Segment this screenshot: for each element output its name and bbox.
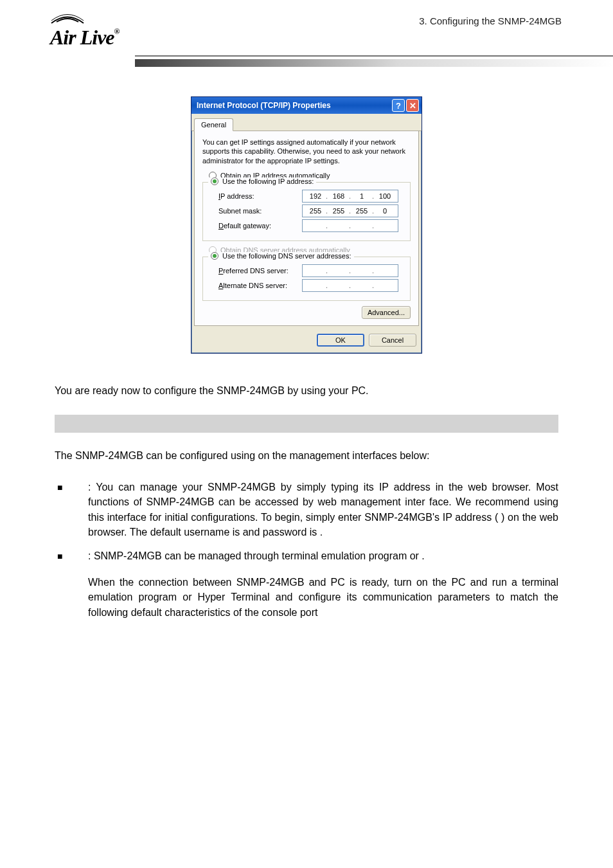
preferred-dns-label: Preferred DNS server: bbox=[218, 267, 302, 275]
radio-icon bbox=[211, 252, 218, 260]
page-section-label: 3. Configuring the SNMP-24MGB bbox=[419, 15, 562, 26]
square-bullet-icon: ■ bbox=[57, 482, 62, 493]
tab-body: You can get IP settings assigned automat… bbox=[194, 131, 419, 326]
bullet-item-console: ■ : SNMP-24MGB can be managed through te… bbox=[55, 548, 558, 620]
logo-text: Air Live® bbox=[50, 26, 120, 50]
radio-icon bbox=[211, 177, 218, 185]
page-content: You are ready now to configure the SNMP-… bbox=[0, 354, 613, 620]
dialog-titlebar: Internet Protocol (TCP/IP) Properties ? … bbox=[191, 97, 422, 114]
radio-use-ip[interactable]: Use the following IP address: bbox=[208, 177, 316, 185]
bullet2-line1: : SNMP-24MGB can be managed through term… bbox=[88, 548, 558, 563]
alternate-dns-label: Alternate DNS server: bbox=[218, 282, 302, 289]
gateway-input[interactable]: . . . bbox=[302, 219, 398, 232]
header-separator bbox=[135, 55, 613, 67]
preferred-dns-input[interactable]: . . . bbox=[302, 264, 398, 277]
bullet2-line2: When the connection between SNMP-24MGB a… bbox=[88, 575, 558, 620]
dialog-title: Internet Protocol (TCP/IP) Properties bbox=[197, 101, 391, 110]
close-button[interactable]: ✕ bbox=[406, 99, 419, 112]
tab-general[interactable]: General bbox=[194, 118, 233, 131]
cancel-button[interactable]: Cancel bbox=[369, 334, 416, 347]
logo-swoosh-icon bbox=[50, 12, 89, 26]
bullet-item-web: ■ : You can manage your SNMP-24MGB by si… bbox=[55, 480, 558, 539]
radio-use-dns[interactable]: Use the following DNS server addresses: bbox=[208, 252, 354, 260]
dns-group: Use the following DNS server addresses: … bbox=[202, 257, 411, 301]
square-bullet-icon: ■ bbox=[57, 551, 62, 561]
alternate-dns-input[interactable]: . . . bbox=[302, 279, 398, 292]
logo: Air Live® bbox=[50, 12, 120, 50]
advanced-button[interactable]: Advanced... bbox=[362, 306, 411, 319]
subnet-mask-label: Subnet mask: bbox=[218, 207, 302, 215]
ip-group: Use the following IP address: IP address… bbox=[202, 182, 411, 241]
help-button[interactable]: ? bbox=[392, 99, 405, 112]
section-band bbox=[55, 415, 558, 433]
tcpip-dialog: Internet Protocol (TCP/IP) Properties ? … bbox=[191, 96, 422, 354]
ok-button[interactable]: OK bbox=[317, 334, 364, 347]
subnet-mask-input[interactable]: 255. 255. 255. 0 bbox=[302, 204, 398, 217]
tab-strip: General bbox=[191, 114, 422, 131]
ready-text: You are ready now to configure the SNMP-… bbox=[55, 383, 558, 398]
ip-address-label: IP address: bbox=[218, 192, 302, 200]
ip-address-input[interactable]: 192. 168. 1. 100 bbox=[302, 190, 398, 203]
gateway-label: Default gateway: bbox=[218, 222, 302, 230]
intro-text: The SNMP-24MGB can be configured using o… bbox=[55, 448, 558, 463]
bullet-body: : You can manage your SNMP-24MGB by simp… bbox=[88, 480, 558, 539]
dialog-description: You can get IP settings assigned automat… bbox=[202, 138, 411, 165]
